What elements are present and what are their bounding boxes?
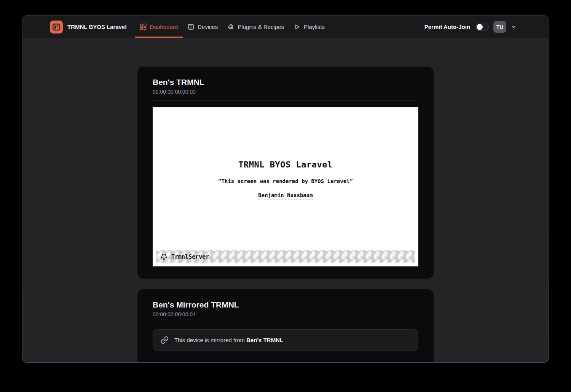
nav-tabs: Dashboard Devices Plugins & Recipes [135,16,330,38]
tab-plugins-recipes[interactable]: Plugins & Recipes [223,16,289,38]
device-card-bens-trmnl: Ben's TRMNL 00:00:00:00:00:00 TRMNL BYOS… [137,67,434,279]
device-name: Ben's Mirrored TRMNL [153,300,418,310]
divider [153,323,418,323]
navbar-right: Permit Auto-Join TU [424,16,517,38]
spinner-icon [160,253,167,260]
app-window-frame: TRMNL BYOS Laravel Dashboard [22,15,549,363]
play-icon [294,24,300,30]
tab-label: Devices [198,24,218,30]
top-navbar: TRMNL BYOS Laravel Dashboard [22,16,549,38]
tab-label: Playlists [304,24,325,30]
permit-auto-join-label: Permit Auto-Join [424,24,470,30]
link-icon [161,336,169,344]
dashboard-main: Ben's TRMNL 00:00:00:00:00:00 TRMNL BYOS… [22,38,549,362]
device-card-bens-mirrored-trmnl: Ben's Mirrored TRMNL 00:00:00:00:00:01 T… [137,289,434,362]
user-avatar[interactable]: TU [493,21,506,33]
devices-icon [188,24,194,30]
mirror-text: This device is mirrored from Ben's TRMNL [174,337,283,343]
app-window: TRMNL BYOS Laravel Dashboard [22,16,549,362]
mirror-info-box: This device is mirrored from Ben's TRMNL [153,329,418,351]
tab-devices[interactable]: Devices [183,16,223,38]
device-mac: 00:00:00:00:00:01 [153,311,418,317]
screen-quote: “This screen was rendered by BYOS Larave… [153,178,418,184]
mirror-text-prefix: This device is mirrored from [174,337,246,343]
screen-status-bar: TrmnlServer [156,250,415,263]
screen-status-label: TrmnlServer [171,253,209,260]
tab-label: Dashboard [150,24,178,30]
brand-title: TRMNL BYOS Laravel [67,24,127,30]
tab-dashboard[interactable]: Dashboard [135,16,183,38]
device-mac: 00:00:00:00:00:00 [153,89,418,95]
screen-author-link: Benjamin Nussbaum [258,192,313,199]
device-screen-preview: TRMNL BYOS Laravel “This screen was rend… [153,107,418,266]
screen-content: TRMNL BYOS Laravel “This screen was rend… [153,107,418,199]
dashboard-grid-icon [140,24,147,30]
permit-auto-join-toggle[interactable] [475,23,489,31]
device-name: Ben's TRMNL [153,77,418,87]
toggle-knob [477,24,483,30]
avatar-initials: TU [496,24,504,30]
puzzle-icon [228,24,234,30]
divider [153,100,418,100]
screen-title: TRMNL BYOS Laravel [153,160,418,169]
tab-playlists[interactable]: Playlists [289,16,330,38]
mirror-source-device: Ben's TRMNL [246,337,283,343]
tab-label: Plugins & Recipes [238,24,284,30]
brand: TRMNL BYOS Laravel [50,16,127,38]
trmnl-logo-icon [50,21,63,33]
chevron-down-icon[interactable] [511,24,517,30]
